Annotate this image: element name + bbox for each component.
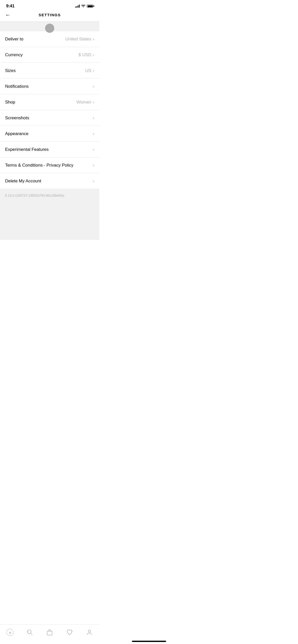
delete-account-right: ›	[93, 179, 94, 183]
nav-header: ← SETTINGS	[0, 11, 99, 21]
appearance-label: Appearance	[5, 131, 29, 136]
page-title: SETTINGS	[38, 13, 61, 17]
settings-item-appearance[interactable]: Appearance ›	[0, 126, 99, 142]
scroll-indicator-area	[0, 21, 99, 31]
chevron-icon: ›	[93, 37, 94, 41]
chevron-icon: ›	[93, 147, 94, 152]
chevron-icon: ›	[93, 163, 94, 167]
experimental-features-right: ›	[93, 147, 94, 152]
screenshots-right: ›	[93, 116, 94, 120]
experimental-features-label: Experimental Features	[5, 147, 49, 152]
version-section: 5.13.0 (105737.135010750 80c19bef2e)	[0, 189, 99, 240]
deliver-to-label: Deliver to	[5, 37, 23, 42]
currency-label: Currency	[5, 52, 23, 57]
back-button[interactable]: ←	[5, 12, 11, 18]
chevron-icon: ›	[93, 53, 94, 57]
shop-value: Women	[76, 100, 91, 105]
sizes-label: Sizes	[5, 68, 16, 73]
currency-right: $ USD ›	[78, 52, 94, 57]
currency-value: $ USD	[78, 52, 91, 57]
settings-item-experimental-features[interactable]: Experimental Features ›	[0, 142, 99, 157]
signal-icon	[75, 5, 80, 8]
settings-item-screenshots[interactable]: Screenshots ›	[0, 110, 99, 126]
sizes-right: US ›	[85, 68, 94, 73]
shop-right: Women ›	[76, 100, 94, 105]
deliver-to-right: United States ›	[65, 37, 94, 42]
sizes-value: US	[85, 68, 91, 73]
status-bar: 9:41	[0, 0, 99, 11]
terms-right: ›	[93, 163, 94, 167]
chevron-icon: ›	[93, 179, 94, 183]
notifications-right: ›	[93, 84, 94, 89]
settings-item-shop[interactable]: Shop Women ›	[0, 94, 99, 110]
settings-list: Deliver to United States › Currency $ US…	[0, 31, 99, 189]
status-time: 9:41	[6, 4, 15, 9]
settings-item-sizes[interactable]: Sizes US ›	[0, 63, 99, 79]
back-arrow-icon: ←	[5, 12, 11, 18]
chevron-icon: ›	[93, 68, 94, 73]
scroll-dot	[45, 24, 54, 33]
settings-item-currency[interactable]: Currency $ USD ›	[0, 47, 99, 63]
screenshots-label: Screenshots	[5, 115, 29, 121]
appearance-right: ›	[93, 131, 94, 136]
chevron-icon: ›	[93, 131, 94, 136]
settings-item-notifications[interactable]: Notifications ›	[0, 79, 99, 94]
chevron-icon: ›	[93, 100, 94, 104]
settings-item-terms-conditions[interactable]: Terms & Conditions - Privacy Policy ›	[0, 157, 99, 173]
deliver-to-value: United States	[65, 37, 91, 42]
chevron-icon: ›	[93, 84, 94, 89]
terms-conditions-label: Terms & Conditions - Privacy Policy	[5, 163, 73, 168]
notifications-label: Notifications	[5, 84, 29, 89]
wifi-icon	[81, 5, 85, 8]
settings-item-delete-account[interactable]: Delete My Account ›	[0, 173, 99, 189]
settings-item-deliver-to[interactable]: Deliver to United States ›	[0, 31, 99, 47]
version-text: 5.13.0 (105737.135010750 80c19bef2e)	[5, 194, 64, 197]
status-icons	[75, 5, 93, 8]
delete-account-label: Delete My Account	[5, 179, 41, 184]
shop-label: Shop	[5, 100, 15, 105]
battery-icon	[87, 5, 93, 8]
chevron-icon: ›	[93, 116, 94, 120]
